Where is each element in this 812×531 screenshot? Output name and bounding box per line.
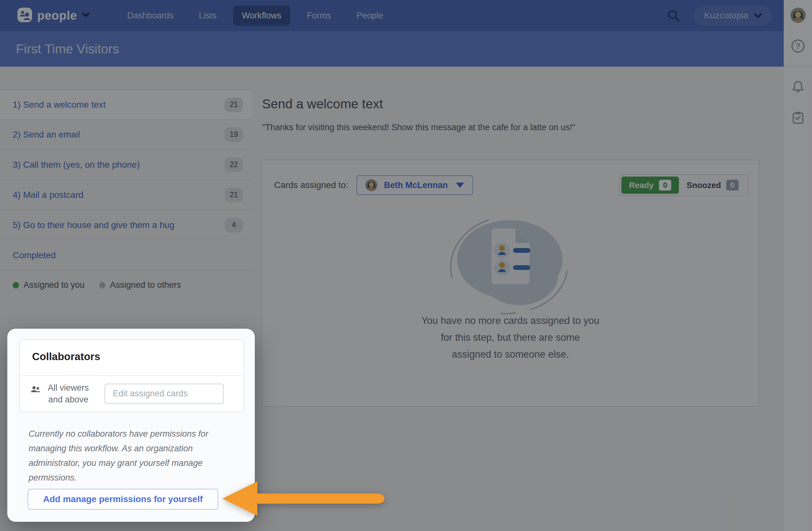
permission-level-label: All viewers and above	[41, 382, 96, 405]
add-manage-permissions-button[interactable]: Add manage permissions for yourself	[28, 489, 218, 510]
edit-assigned-cards-input[interactable]	[104, 384, 224, 404]
collaborators-popover: Collaborators All viewers and above Curr…	[7, 329, 255, 522]
collaborators-title: Collaborators	[32, 351, 100, 363]
collaborators-card: Collaborators All viewers and above	[19, 339, 244, 412]
collaborators-note: Currently no collaborators have permissi…	[29, 427, 222, 485]
workflow-screen: people Dashboards Lists Workflows Forms …	[0, 0, 812, 531]
permission-row: All viewers and above	[30, 376, 236, 412]
annotation-arrow-icon	[219, 476, 387, 522]
people-icon	[30, 384, 41, 395]
